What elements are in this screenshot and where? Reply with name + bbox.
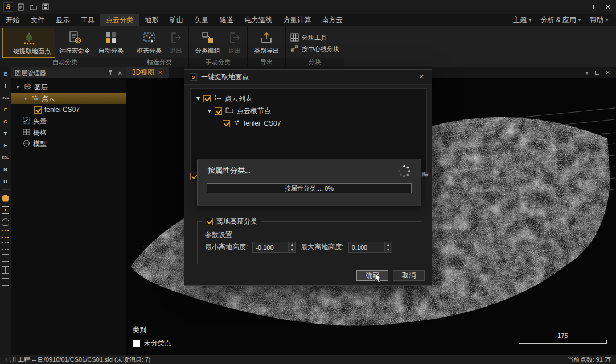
node-checkbox[interactable] — [215, 107, 222, 115]
pane-menu-icon[interactable]: ▾ — [586, 69, 589, 76]
panel-close-icon[interactable]: ✕ — [118, 70, 122, 76]
open-project-icon[interactable] — [30, 3, 37, 10]
dialog-close-icon[interactable]: ✕ — [416, 73, 426, 81]
rect-select-icon[interactable] — [1, 230, 10, 238]
maximize-button[interactable] — [583, 0, 599, 14]
tab-pointcloud-classify[interactable]: 点云分类 — [100, 14, 139, 26]
dialog-titlebar[interactable]: S 一键提取地面点 ✕ — [184, 70, 432, 85]
pane-close-icon[interactable]: ✕ — [606, 69, 610, 76]
tab-volume[interactable]: 方量计算 — [278, 14, 317, 26]
tree-node-pointcloud[interactable]: ▾ 点云 — [11, 93, 126, 104]
min-height-input-group: ▲ ▼ — [252, 242, 296, 253]
pane-float-icon[interactable] — [595, 71, 599, 75]
min-height-label: 最小离地高度: — [205, 242, 248, 252]
node-checkbox[interactable] — [223, 120, 230, 127]
min-height-stepper[interactable]: ▲ ▼ — [289, 242, 296, 253]
pan-tool-icon[interactable] — [1, 218, 10, 226]
classification-legend: 类别 未分类点 — [133, 325, 171, 348]
run-macro-button[interactable]: 运行宏命令 — [55, 28, 95, 58]
cancel-button[interactable]: 取消 — [393, 270, 425, 281]
new-project-icon[interactable] — [18, 3, 24, 11]
edl-render-icon[interactable]: EDL — [1, 154, 10, 162]
minimize-button[interactable] — [566, 0, 583, 14]
theme-menu[interactable]: 主题▾ — [510, 15, 535, 25]
caret-down-icon[interactable]: ▾ — [15, 85, 20, 90]
ribbon-group-label: 自动分类 — [0, 58, 130, 67]
ok-button[interactable]: 确定 — [356, 270, 388, 281]
tab-powerline[interactable]: 电力巡线 — [239, 14, 278, 26]
tab-display[interactable]: 显示 — [50, 14, 75, 26]
max-height-input-group: ▲ ▼ — [348, 242, 392, 253]
help-menu[interactable]: 帮助▾ — [586, 15, 611, 25]
tab-vector[interactable]: 矢量 — [189, 14, 214, 26]
progress-bar: 按属性分类.... 0% — [207, 183, 412, 193]
profile-tool-icon[interactable] — [1, 278, 10, 286]
max-height-stepper[interactable]: ▲ ▼ — [385, 242, 392, 253]
tree-node-layers[interactable]: ▾ 图层 — [11, 81, 126, 93]
dialog-tree-node-list[interactable]: ▾ 点云列表 — [191, 92, 426, 105]
intensity-render-icon[interactable]: I — [1, 82, 10, 90]
step-up-icon[interactable]: ▲ — [289, 242, 295, 247]
caret-down-icon[interactable]: ▾ — [23, 96, 28, 101]
tab-file[interactable]: 文件 — [25, 14, 50, 26]
layer-tree: ▾ 图层 ▾ 点云 fenlei CS07 矢量 — [11, 78, 126, 355]
layer-manager-panel: 图层管理器 ✕ ▾ 图层 ▾ 点云 f — [11, 67, 126, 355]
box-select-icon — [142, 30, 156, 45]
blend-render-icon[interactable]: B — [1, 177, 10, 185]
tree-node-raster[interactable]: 栅格 — [11, 127, 126, 138]
rgb-render-icon[interactable]: RGB — [1, 94, 10, 102]
tree-node-vector[interactable]: 矢量 — [11, 115, 126, 127]
tab-terrain[interactable]: 地形 — [139, 14, 164, 26]
tree-node-fenlei-cs07[interactable]: fenlei CS07 — [11, 104, 126, 115]
dialog-tree-node-root[interactable]: ▾ 点云根节点 — [191, 105, 426, 117]
polygon-select-icon[interactable] — [1, 242, 10, 250]
node-checkbox[interactable] — [203, 95, 211, 102]
min-height-input[interactable] — [252, 242, 289, 253]
tree-node-model[interactable]: 模型 — [11, 138, 126, 150]
progress-bar-text: 按属性分类.... 0% — [285, 184, 334, 193]
extract-ground-points-button[interactable]: 一键提取地面点 — [2, 28, 55, 58]
category-export-button[interactable]: 类别导出 — [250, 28, 283, 58]
lasso-select-icon[interactable] — [1, 254, 10, 262]
step-up-icon[interactable]: ▲ — [385, 242, 392, 247]
dialog-tree-node-fenlei[interactable]: fenlei_CS07 — [191, 117, 426, 130]
caret-down-icon[interactable]: ▾ — [208, 107, 211, 115]
clip-tool-icon[interactable] — [1, 266, 10, 274]
classify-grouping-button[interactable]: 分类编组 — [191, 28, 224, 58]
auto-classify-button[interactable]: 自动分类 — [95, 28, 128, 58]
tab-mine[interactable]: 矿山 — [164, 14, 189, 26]
close-button[interactable]: ✕ — [599, 0, 616, 14]
block-tool-button[interactable]: 分块工具 — [290, 33, 339, 43]
time-render-icon[interactable]: T — [1, 130, 10, 138]
ground-height-checkbox[interactable] — [206, 218, 213, 225]
menubar-right: 主题▾ 分析 & 应用▾ 帮助▾ — [510, 14, 616, 26]
f-render-icon[interactable]: F — [1, 106, 10, 114]
ribbon-group-export: 类别导出 导出 — [248, 26, 286, 67]
tab-home[interactable]: 开始 — [0, 14, 25, 26]
tab-tunnel[interactable]: 隧道 — [214, 14, 239, 26]
fill-tool-icon[interactable] — [1, 194, 10, 202]
analysis-apps-menu[interactable]: 分析 & 应用▾ — [537, 15, 584, 25]
tab-tools[interactable]: 工具 — [75, 14, 100, 26]
centerline-block-button[interactable]: 按中心线分块 — [290, 44, 339, 54]
layer-checkbox[interactable] — [34, 106, 42, 114]
tab-close-icon[interactable]: ✕ — [158, 69, 162, 76]
elevation-render-icon[interactable]: E — [1, 70, 10, 78]
extract-ground-dialog: S 一键提取地面点 ✕ ▾ 点云列表 ▾ 点云根节点 fenlei_CS07 — [184, 69, 432, 286]
max-height-input[interactable] — [348, 242, 385, 253]
classification-render-icon[interactable]: C — [1, 118, 10, 126]
box-select-classify-button[interactable]: 框选分类 — [133, 28, 166, 58]
picker-tool-icon[interactable] — [1, 206, 10, 214]
pin-icon[interactable] — [108, 69, 113, 76]
view-pane-controls: ▾ ✕ — [586, 69, 616, 76]
layers-icon — [23, 83, 31, 92]
step-down-icon[interactable]: ▼ — [385, 247, 392, 252]
save-project-icon[interactable] — [42, 3, 49, 10]
view-tab-3d[interactable]: 3D视图 ✕ — [126, 67, 169, 78]
ribbon-group-label: 框选分类 — [130, 58, 188, 67]
tab-south-cloud[interactable]: 南方云 — [317, 14, 348, 26]
caret-down-icon[interactable]: ▾ — [196, 94, 200, 102]
echo-render-icon[interactable]: E — [1, 142, 10, 150]
normal-render-icon[interactable]: N — [1, 166, 10, 173]
step-down-icon[interactable]: ▼ — [289, 247, 295, 252]
